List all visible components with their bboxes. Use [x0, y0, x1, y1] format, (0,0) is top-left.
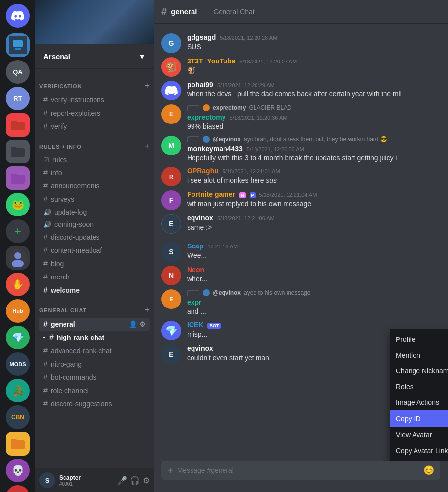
server-icon-skull[interactable]: 💀	[6, 459, 30, 482]
server-icon-mods[interactable]: MODS	[6, 352, 30, 376]
channel-rules[interactable]: ☑ rules	[39, 154, 150, 166]
hash-icon: #	[43, 273, 48, 281]
server-icon-blue-folder[interactable]	[6, 140, 30, 163]
context-copy-id[interactable]: Copy ID 🖱	[390, 410, 448, 427]
channel-name: discord-suggestions	[51, 400, 112, 408]
server-icon-roblox[interactable]: R	[6, 485, 30, 492]
channel-nitro-gang[interactable]: # nitro-gang	[39, 358, 150, 370]
channel-name: update-log	[54, 208, 87, 216]
svg-rect-6	[11, 147, 17, 150]
server-icon-discord[interactable]	[6, 4, 30, 28]
category-name-general: GENERAL CHAT	[39, 308, 87, 313]
context-image-actions[interactable]: Image Actions ▶	[390, 395, 448, 410]
context-message-logger[interactable]: Message Logger ▶	[390, 459, 448, 461]
settings-icon[interactable]: ⚙	[139, 320, 146, 328]
message-header: gdgsagd 5/18/2021, 12:20:26 AM	[187, 33, 440, 41]
server-icon-qa[interactable]: QA	[6, 60, 30, 84]
message-username[interactable]: gdgsagd	[187, 33, 216, 41]
server-icon-1[interactable]	[6, 33, 30, 57]
channel-blog[interactable]: # blog	[39, 257, 150, 270]
server-icon-hub[interactable]: Hub	[6, 299, 30, 323]
context-view-avatar[interactable]: View Avatar	[390, 427, 448, 443]
channel-bot-commands[interactable]: # bot-commands	[39, 371, 150, 384]
server-icon-add[interactable]: +	[6, 219, 30, 243]
context-copy-avatar-link[interactable]: Copy Avatar Link	[390, 443, 448, 459]
context-change-nickname[interactable]: Change Nickname	[390, 363, 448, 379]
channel-announcements[interactable]: # announcements	[39, 180, 150, 192]
channel-welcome[interactable]: # welcome	[39, 284, 150, 297]
emoji-icon[interactable]: 😊	[423, 465, 434, 476]
context-mention-label: Mention	[396, 351, 420, 359]
server-icon-frog[interactable]: 🐸	[6, 193, 30, 216]
message-username[interactable]: 3T3T_YouTube	[187, 57, 235, 65]
category-add-rules[interactable]: +	[144, 141, 150, 152]
reply-text: ayo brah, dont stress them out, they be …	[244, 136, 387, 143]
message-username[interactable]: eqvinox	[187, 214, 213, 222]
message-header: 3T3T_YouTube 5/18/2021, 12:20:27 AM	[187, 57, 440, 65]
message-username[interactable]: pohai99	[187, 81, 213, 89]
channel-verify[interactable]: # verify	[39, 120, 150, 133]
message-username[interactable]: ICEK	[187, 321, 203, 329]
message-username[interactable]: exprectomy	[187, 113, 226, 121]
plus-icon[interactable]: +	[167, 465, 173, 476]
context-roles[interactable]: Roles ▶	[390, 379, 448, 395]
context-profile[interactable]: Profile	[390, 332, 448, 347]
category-general-chat[interactable]: GENERAL CHAT +	[35, 297, 154, 317]
server-icon-red-folder[interactable]	[6, 113, 30, 137]
hash-icon: #	[43, 168, 48, 177]
server-icon-active[interactable]	[6, 246, 30, 270]
footer-actions[interactable]: 🎤 🎧 ⚙	[117, 476, 150, 485]
channel-report-exploiters[interactable]: # report-exploiters	[39, 107, 150, 120]
message-input-area: + 😊	[154, 461, 448, 492]
server-icon-purple-folder[interactable]	[6, 166, 30, 190]
channel-surveys[interactable]: # surveys	[39, 193, 150, 206]
avatar[interactable]: S	[161, 242, 181, 262]
channel-high-rank-chat[interactable]: # high-rank-chat	[39, 331, 150, 344]
category-add-verification[interactable]: +	[144, 81, 150, 91]
channel-role-channel[interactable]: # role-channel	[39, 384, 150, 397]
message-header: ICEK BOT	[187, 321, 440, 329]
message-username[interactable]: eqvinox	[187, 344, 213, 352]
mute-icon[interactable]: 🎤	[117, 476, 127, 485]
context-mention[interactable]: Mention	[390, 347, 448, 363]
message-username[interactable]: expr	[187, 298, 202, 306]
message-username[interactable]: Neon	[187, 266, 204, 274]
category-rules-info[interactable]: RULES + INFO +	[35, 133, 154, 154]
message-username[interactable]: monkeyman4433	[187, 145, 243, 153]
server-icon-rt[interactable]: RT	[6, 87, 30, 110]
channel-update-log[interactable]: 🔊 update-log	[39, 206, 150, 218]
partner-badge: P	[250, 192, 256, 198]
message-text: i see alot of monkes here sus	[187, 176, 440, 185]
channel-general[interactable]: # general 👤 ⚙	[39, 318, 150, 331]
channel-coming-soon[interactable]: 🔊 coming-soon	[39, 218, 150, 230]
settings-icon[interactable]: ⚙	[143, 476, 150, 485]
server-icon-cbn[interactable]: CBN	[6, 405, 30, 429]
channel-content-meatloaf[interactable]: # content-meatloaf	[39, 244, 150, 257]
deafen-icon[interactable]: 🎧	[130, 476, 140, 485]
message-header: Neon	[187, 266, 440, 274]
check-icon: ☑	[43, 156, 49, 164]
channel-merch[interactable]: # merch	[39, 271, 150, 283]
message-username[interactable]: OPRaghu	[187, 167, 219, 175]
server-icon-snake[interactable]: 🐊	[6, 379, 30, 402]
channel-verify-instructions[interactable]: # verify-instructions	[39, 93, 150, 106]
channel-name: verify	[51, 123, 67, 130]
category-verification[interactable]: VERIFICATION +	[35, 73, 154, 93]
message-input[interactable]	[177, 461, 419, 480]
message-timestamp: 5/18/2021, 12:20:29 AM	[217, 82, 275, 88]
channel-discord-updates[interactable]: # discord-updates	[39, 231, 150, 244]
server-header[interactable]: Arsenal ▼	[35, 44, 154, 69]
hash-icon: #	[43, 233, 48, 242]
message-username[interactable]: Fortnite gamer	[187, 190, 235, 198]
server-icon-yellow-folder[interactable]	[6, 432, 30, 456]
avatar: E	[161, 104, 181, 124]
category-add-general[interactable]: +	[144, 305, 150, 315]
message-header: Scap 12:21:16 AM	[187, 242, 440, 250]
message-username[interactable]: Scap	[187, 242, 203, 250]
channel-discord-suggestions[interactable]: # discord-suggestions	[39, 398, 150, 410]
add-member-icon[interactable]: 👤	[129, 320, 137, 328]
channel-advanced-rank-chat[interactable]: # advanced-rank-chat	[39, 344, 150, 357]
channel-info[interactable]: # info	[39, 166, 150, 179]
server-icon-hand[interactable]: ✋	[6, 273, 30, 296]
server-icon-diamond[interactable]: 💎	[6, 326, 30, 349]
